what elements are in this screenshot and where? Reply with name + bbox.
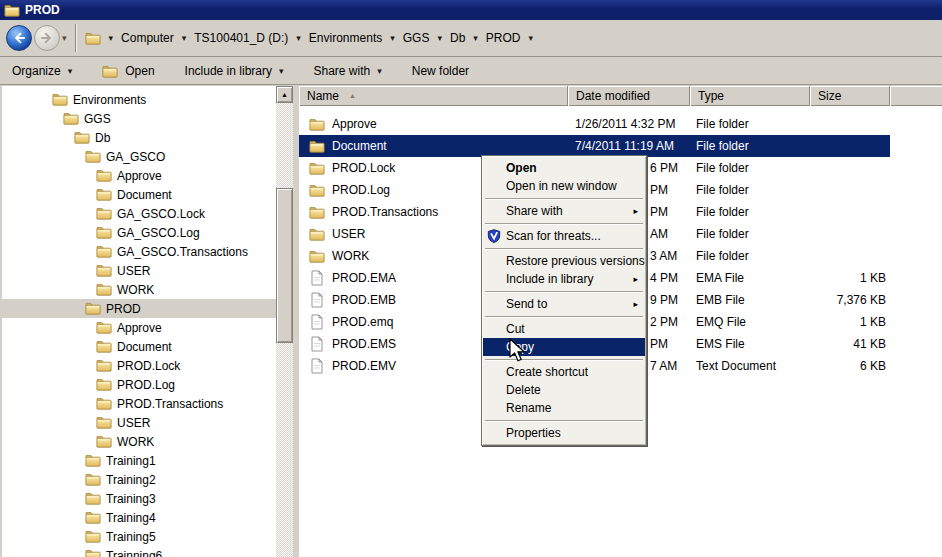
tree-item-work[interactable]: WORK: [2, 432, 276, 451]
tree-item-label: Approve: [117, 321, 162, 335]
column-header-label: Name: [307, 89, 339, 103]
tree-item-prod-transactions[interactable]: PROD.Transactions: [2, 394, 276, 413]
breadcrumb-item-db[interactable]: Db: [450, 30, 465, 46]
type-cell: File folder: [690, 117, 810, 131]
folder-icon: [4, 4, 20, 17]
chevron-down-icon[interactable]: ▾: [296, 34, 301, 43]
tree-item-approve[interactable]: Approve: [2, 318, 276, 337]
type-cell: EMA File: [690, 271, 810, 285]
sort-ascending-icon: ▲: [349, 92, 356, 99]
tree-item-document[interactable]: Document: [2, 185, 276, 204]
column-header-date-modified[interactable]: Date modified: [568, 86, 690, 106]
type-cell: File folder: [690, 227, 810, 241]
tree-item-training5[interactable]: Training5: [2, 527, 276, 546]
share-with-button[interactable]: Share with ▾: [314, 61, 382, 81]
file-name: PROD.Transactions: [332, 205, 438, 219]
tree-item-environments[interactable]: Environments: [2, 90, 276, 109]
tree-item-prod-lock[interactable]: PROD.Lock: [2, 356, 276, 375]
breadcrumb-item-computer[interactable]: Computer: [121, 30, 174, 46]
forward-button[interactable]: [34, 25, 60, 51]
tree-item-user[interactable]: USER: [2, 413, 276, 432]
tree-item-ga-gsco-transactions[interactable]: GA_GSCO.Transactions: [2, 242, 276, 261]
chevron-down-icon[interactable]: ▾: [390, 34, 395, 43]
folder-icon: [74, 131, 90, 144]
menu-item-rename[interactable]: Rename: [483, 399, 645, 417]
menu-item-label: Properties: [506, 426, 561, 440]
menu-item-restore-previous-versions[interactable]: Restore previous versions: [483, 252, 645, 270]
menu-item-cut[interactable]: Cut: [483, 320, 645, 338]
scroll-up-button[interactable]: ▲: [276, 86, 293, 103]
submenu-arrow-icon: ▸: [633, 202, 638, 220]
tree-item-db[interactable]: Db: [2, 128, 276, 147]
new-folder-button[interactable]: New folder: [412, 61, 469, 81]
tree-item-label: Training5: [106, 530, 156, 544]
menu-item-send-to[interactable]: Send to▸: [483, 295, 645, 313]
file-row-document[interactable]: Document7/4/2011 11:19 AMFile folder: [299, 135, 890, 157]
open-button[interactable]: Open: [102, 61, 154, 81]
menu-item-label: Scan for threats...: [506, 229, 601, 243]
column-header-filler: [890, 86, 942, 106]
chevron-down-icon[interactable]: ▾: [529, 34, 534, 43]
tree-item-ggs[interactable]: GGS: [2, 109, 276, 128]
column-header-size[interactable]: Size: [810, 86, 890, 106]
tree-item-label: GA_GSCO.Log: [117, 226, 200, 240]
tree-item-trainning6[interactable]: Trainning6: [2, 546, 276, 557]
breadcrumb-item-prod[interactable]: PROD: [486, 30, 521, 46]
tree-item-prod-log[interactable]: PROD.Log: [2, 375, 276, 394]
tree-item-training4[interactable]: Training4: [2, 508, 276, 527]
tree-item-label: Training4: [106, 511, 156, 525]
folder-icon: [96, 416, 112, 429]
menu-item-open[interactable]: Open: [483, 159, 645, 177]
tree-item-ga-gsco-log[interactable]: GA_GSCO.Log: [2, 223, 276, 242]
menu-item-include-in-library[interactable]: Include in library▸: [483, 270, 645, 288]
tree-item-user[interactable]: USER: [2, 261, 276, 280]
type-cell: File folder: [690, 183, 810, 197]
menu-item-copy[interactable]: Copy: [483, 338, 645, 356]
chevron-down-icon[interactable]: ▾: [473, 34, 478, 43]
organize-button[interactable]: Organize ▾: [12, 61, 72, 81]
tree-item-label: GA_GSCO.Lock: [117, 207, 205, 221]
menu-item-scan-for-threats[interactable]: Scan for threats...: [483, 227, 645, 245]
file-name: PROD.EMA: [332, 271, 396, 285]
tree-item-training2[interactable]: Training2: [2, 470, 276, 489]
back-button[interactable]: [6, 25, 32, 51]
tree-item-work[interactable]: WORK: [2, 280, 276, 299]
menu-separator: [483, 417, 645, 424]
tree-item-training1[interactable]: Training1: [2, 451, 276, 470]
tree-item-document[interactable]: Document: [2, 337, 276, 356]
folder-icon: [309, 206, 325, 219]
folder-icon: [96, 359, 112, 372]
chevron-down-icon[interactable]: ▾: [437, 34, 442, 43]
menu-item-create-shortcut[interactable]: Create shortcut: [483, 363, 645, 381]
include-in-library-button[interactable]: Include in library ▾: [185, 61, 284, 81]
menu-item-open-in-new-window[interactable]: Open in new window: [483, 177, 645, 195]
tree-item-approve[interactable]: Approve: [2, 166, 276, 185]
tree-item-ga-gsco[interactable]: GA_GSCO: [2, 147, 276, 166]
chevron-down-icon[interactable]: ▾: [182, 34, 187, 43]
menu-item-delete[interactable]: Delete: [483, 381, 645, 399]
type-cell: Text Document: [690, 359, 810, 373]
tree-scrollbar[interactable]: ▲: [276, 86, 293, 557]
titlebar[interactable]: PROD: [0, 0, 942, 20]
menu-item-properties[interactable]: Properties: [483, 424, 645, 442]
file-name: WORK: [332, 249, 369, 263]
history-dropdown-icon[interactable]: ▾: [62, 33, 67, 43]
explorer-window: PROD ▾ ▾Computer▾TS100401_D (D:)▾Environ…: [0, 0, 942, 557]
tree-item-ga-gsco-lock[interactable]: GA_GSCO.Lock: [2, 204, 276, 223]
column-header-type[interactable]: Type: [690, 86, 810, 106]
file-row-approve[interactable]: Approve1/26/2011 4:32 PMFile folder: [299, 113, 890, 135]
tree-item-training3[interactable]: Training3: [2, 489, 276, 508]
column-header-label: Size: [818, 89, 841, 103]
folder-icon: [309, 184, 325, 197]
breadcrumb-item-environments[interactable]: Environments: [309, 30, 382, 46]
breadcrumb-item-ggs[interactable]: GGS: [403, 30, 430, 46]
folder-icon: [85, 549, 101, 557]
breadcrumb-item-ts100401-d-d[interactable]: TS100401_D (D:): [194, 30, 288, 46]
tree-item-prod[interactable]: PROD: [2, 299, 276, 318]
chevron-down-icon[interactable]: ▾: [109, 34, 114, 43]
size-cell: 1 KB: [810, 315, 890, 329]
menu-item-share-with[interactable]: Share with▸: [483, 202, 645, 220]
tree-item-label: Document: [117, 188, 172, 202]
scrollbar-thumb[interactable]: [276, 188, 293, 343]
column-header-name[interactable]: Name▲: [299, 86, 568, 106]
